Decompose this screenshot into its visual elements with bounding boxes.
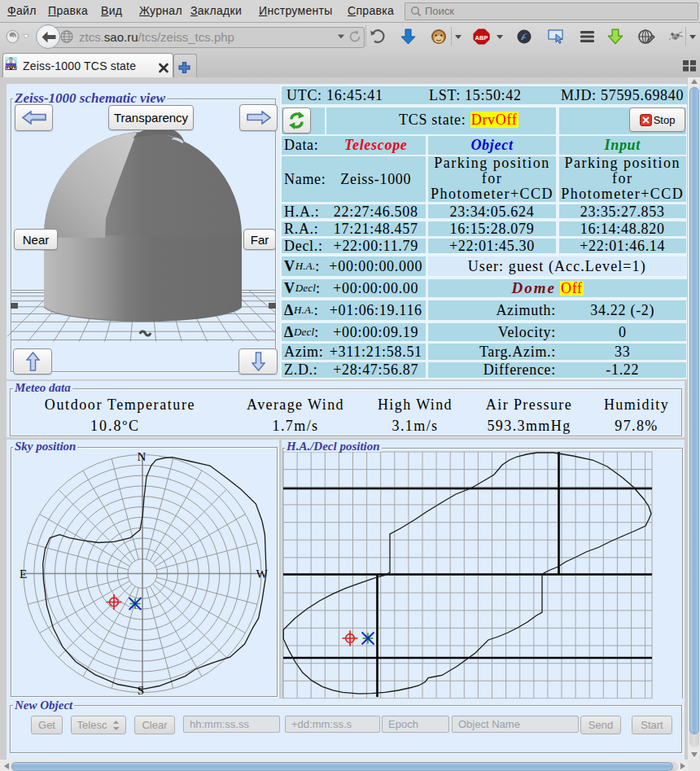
svg-text:ABP: ABP: [475, 34, 488, 42]
svg-text:S: S: [138, 684, 144, 697]
svg-text:W: W: [256, 567, 268, 580]
svg-text:E: E: [20, 567, 27, 580]
svg-text:N: N: [138, 450, 147, 463]
